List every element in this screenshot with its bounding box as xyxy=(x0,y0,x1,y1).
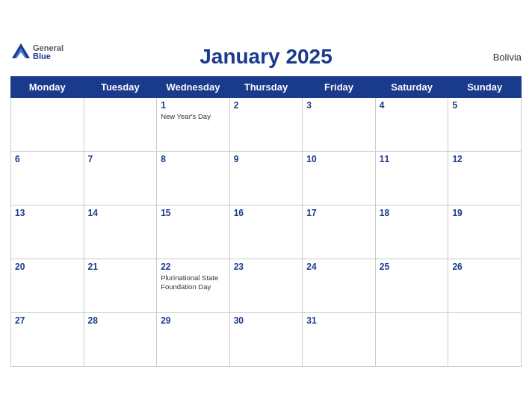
header-sunday: Sunday xyxy=(448,76,522,97)
day-cell: 8 xyxy=(157,151,230,205)
logo-general-text: General xyxy=(33,44,64,52)
day-cell: 26 xyxy=(448,259,522,312)
week-row-4: 202122Plurinational State Foundation Day… xyxy=(11,259,522,312)
day-cell: 23 xyxy=(229,259,303,312)
day-number: 3 xyxy=(306,100,371,111)
day-cell: 25 xyxy=(375,259,448,312)
day-number: 21 xyxy=(88,262,153,272)
calendar-wrapper: General Blue January 2025 Bolivia Monday… xyxy=(0,34,532,377)
calendar-title: January 2025 xyxy=(200,45,332,69)
day-number: 8 xyxy=(161,154,226,164)
day-cell: 13 xyxy=(11,205,84,259)
day-cell: 19 xyxy=(448,205,522,259)
day-cell xyxy=(11,97,84,151)
day-number: 24 xyxy=(306,262,371,272)
day-number: 28 xyxy=(88,315,153,326)
header-saturday: Saturday xyxy=(375,76,448,97)
day-number: 19 xyxy=(452,208,517,218)
day-cell: 6 xyxy=(11,151,84,205)
day-number: 5 xyxy=(452,100,517,111)
calendar-header: General Blue January 2025 Bolivia xyxy=(10,42,522,72)
day-number: 18 xyxy=(380,208,445,218)
day-number: 1 xyxy=(161,100,226,111)
day-cell: 11 xyxy=(375,151,448,205)
day-cell xyxy=(375,312,448,366)
week-row-1: 1New Year's Day2345 xyxy=(11,97,522,151)
day-cell: 16 xyxy=(229,205,303,259)
week-row-5: 2728293031 xyxy=(11,312,522,366)
weekday-header-row: Monday Tuesday Wednesday Thursday Friday… xyxy=(11,76,522,97)
day-number: 25 xyxy=(380,262,445,272)
day-cell xyxy=(448,312,522,366)
day-cell xyxy=(84,97,157,151)
day-cell: 24 xyxy=(303,259,376,312)
day-number: 31 xyxy=(306,315,371,326)
day-cell: 1New Year's Day xyxy=(157,97,230,151)
day-number: 12 xyxy=(452,154,517,164)
day-cell: 22Plurinational State Foundation Day xyxy=(157,259,230,312)
calendar-table: Monday Tuesday Wednesday Thursday Friday… xyxy=(10,76,522,367)
day-cell: 31 xyxy=(303,312,376,366)
day-number: 20 xyxy=(15,262,80,272)
day-number: 4 xyxy=(380,100,445,111)
logo-icon xyxy=(10,42,31,63)
day-cell: 14 xyxy=(84,205,157,259)
day-cell: 15 xyxy=(157,205,230,259)
header-monday: Monday xyxy=(11,76,84,97)
day-number: 13 xyxy=(15,208,80,218)
day-number: 27 xyxy=(15,315,80,326)
day-cell: 9 xyxy=(229,151,303,205)
day-cell: 29 xyxy=(157,312,230,366)
week-row-3: 13141516171819 xyxy=(11,205,522,259)
country-label: Bolivia xyxy=(493,51,522,62)
day-number: 11 xyxy=(380,154,445,164)
day-cell: 12 xyxy=(448,151,522,205)
header-thursday: Thursday xyxy=(229,76,303,97)
logo-blue-text: Blue xyxy=(33,52,64,61)
day-number: 26 xyxy=(452,262,517,272)
day-number: 16 xyxy=(234,208,299,218)
calendar-body: 1New Year's Day2345678910111213141516171… xyxy=(11,97,522,366)
day-event: Plurinational State Foundation Day xyxy=(161,274,226,292)
day-cell: 2 xyxy=(229,97,303,151)
day-cell: 30 xyxy=(229,312,303,366)
day-number: 2 xyxy=(234,100,299,111)
day-cell: 20 xyxy=(11,259,84,312)
header-tuesday: Tuesday xyxy=(84,76,157,97)
header-friday: Friday xyxy=(303,76,376,97)
day-number: 17 xyxy=(306,208,371,218)
day-cell: 3 xyxy=(303,97,376,151)
day-number: 22 xyxy=(161,262,226,272)
day-number: 14 xyxy=(88,208,153,218)
day-event: New Year's Day xyxy=(161,112,226,121)
day-cell: 21 xyxy=(84,259,157,312)
day-number: 29 xyxy=(161,315,226,326)
day-number: 7 xyxy=(88,154,153,164)
day-cell: 28 xyxy=(84,312,157,366)
week-row-2: 6789101112 xyxy=(11,151,522,205)
day-number: 10 xyxy=(306,154,371,164)
day-number: 30 xyxy=(234,315,299,326)
day-cell: 18 xyxy=(375,205,448,259)
day-cell: 17 xyxy=(303,205,376,259)
header-wednesday: Wednesday xyxy=(157,76,230,97)
day-cell: 27 xyxy=(11,312,84,366)
day-cell: 10 xyxy=(303,151,376,205)
day-number: 23 xyxy=(234,262,299,272)
day-number: 15 xyxy=(161,208,226,218)
logo-area: General Blue xyxy=(10,42,64,63)
day-cell: 4 xyxy=(375,97,448,151)
day-number: 6 xyxy=(15,154,80,164)
day-cell: 7 xyxy=(84,151,157,205)
day-cell: 5 xyxy=(448,97,522,151)
day-number: 9 xyxy=(234,154,299,164)
